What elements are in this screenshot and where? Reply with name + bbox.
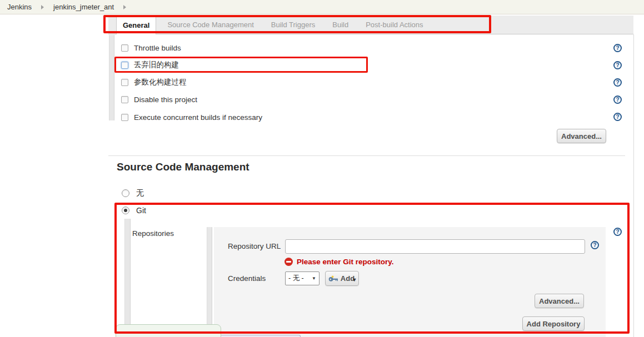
repository-url-input[interactable] — [285, 239, 585, 254]
repository-url-label: Repository URL — [228, 239, 281, 254]
scm-option-git[interactable]: Git — [122, 204, 146, 217]
scm-option-none[interactable]: 无 — [122, 187, 144, 199]
credentials-label: Credentials — [228, 271, 266, 286]
drag-hover-tooltip — [116, 324, 221, 337]
tab-source-code-management[interactable]: Source Code Management — [161, 16, 259, 34]
credentials-select[interactable]: - 无 - ▼ — [285, 271, 319, 285]
repository-drag-strip[interactable] — [207, 227, 212, 337]
add-repository-button[interactable]: Add Repository — [522, 316, 585, 331]
none-radio[interactable] — [122, 189, 129, 197]
breadcrumb: Jenkins jenkins_jmeter_ant — [0, 0, 644, 14]
help-icon[interactable]: ? — [613, 95, 622, 104]
breadcrumb-job[interactable]: jenkins_jmeter_ant — [53, 3, 114, 11]
git-radio[interactable] — [122, 207, 129, 214]
credentials-add-button[interactable]: Add ▾ — [325, 271, 359, 286]
checkbox-label: 参数化构建过程 — [134, 77, 187, 87]
throttle-builds-checkbox[interactable] — [121, 44, 128, 52]
checkbox-label: Disable this project — [134, 95, 197, 104]
general-drag-strip[interactable] — [109, 35, 114, 120]
key-icon — [328, 275, 338, 282]
repository-advanced-button[interactable]: Advanced... — [535, 294, 584, 308]
help-icon[interactable]: ? — [591, 241, 599, 249]
caret-down-icon: ▾ — [353, 276, 356, 283]
radio-label: Git — [136, 206, 146, 215]
select-caret-icon: ▼ — [312, 276, 316, 281]
breadcrumb-jenkins[interactable]: Jenkins — [7, 3, 32, 11]
checkbox-row-concurrent-builds[interactable]: Execute concurrent builds if necessary — [121, 109, 262, 125]
repositories-label: Repositories — [132, 227, 174, 241]
checkbox-row-throttle-builds[interactable]: Throttle builds — [121, 40, 181, 56]
breadcrumb-arrow-icon[interactable] — [123, 5, 126, 9]
scm-section-title: Source Code Management — [117, 161, 249, 173]
checkbox-label: Throttle builds — [134, 44, 181, 52]
checkbox-row-parameterized-build[interactable]: 参数化构建过程 — [121, 74, 187, 90]
help-icon[interactable]: ? — [613, 78, 622, 87]
checkbox-row-discard-old-builds[interactable]: 丢弃旧的构建 — [121, 57, 179, 73]
tab-general[interactable]: General — [116, 16, 156, 34]
config-tab-bar: General Source Code Management Build Tri… — [108, 16, 633, 34]
breadcrumb-arrow-icon[interactable] — [41, 5, 44, 9]
error-text: Please enter Git repository. — [297, 258, 394, 266]
tab-post-build-actions[interactable]: Post-build Actions — [360, 16, 429, 34]
credentials-selected-value: - 无 - — [288, 274, 304, 283]
error-stop-icon — [284, 258, 293, 266]
checkbox-row-disable-project[interactable]: Disable this project — [121, 92, 197, 107]
git-drag-strip[interactable] — [124, 219, 131, 337]
checkbox-label: Execute concurrent builds if necessary — [134, 113, 262, 122]
help-icon[interactable]: ? — [613, 44, 622, 52]
radio-label: 无 — [136, 188, 144, 198]
repository-url-error: Please enter Git repository. — [284, 258, 394, 266]
tab-build-triggers[interactable]: Build Triggers — [265, 16, 321, 34]
help-icon[interactable]: ? — [613, 61, 622, 69]
discard-old-builds-checkbox[interactable] — [121, 62, 128, 69]
help-icon[interactable]: ? — [613, 228, 622, 236]
tab-build[interactable]: Build — [326, 16, 355, 34]
content-right-border — [633, 34, 634, 337]
disable-project-checkbox[interactable] — [121, 96, 128, 103]
section-divider — [108, 155, 625, 156]
help-icon[interactable]: ? — [613, 113, 622, 121]
parameterized-build-checkbox[interactable] — [121, 79, 128, 86]
general-advanced-button[interactable]: Advanced... — [557, 129, 606, 143]
checkbox-label: 丢弃旧的构建 — [134, 60, 179, 70]
concurrent-builds-checkbox[interactable] — [121, 114, 128, 121]
jenkins-config-page: Jenkins jenkins_jmeter_ant General Sourc… — [0, 0, 644, 337]
